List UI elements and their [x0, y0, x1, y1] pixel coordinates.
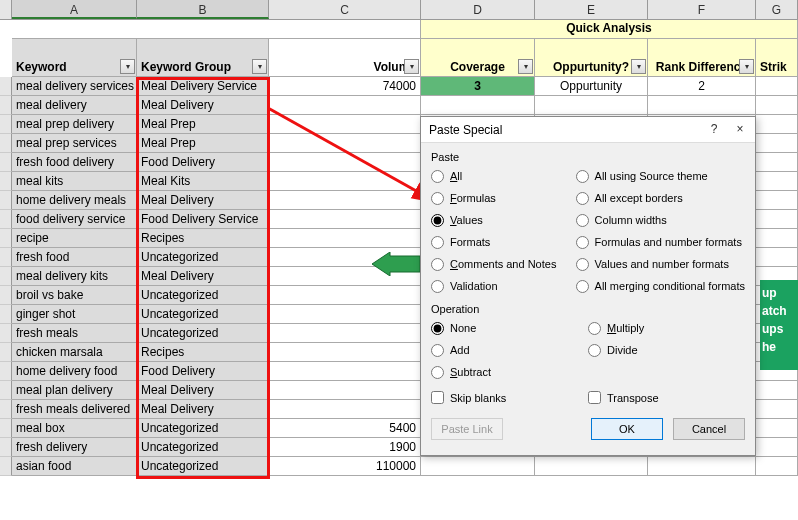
cell-keyword[interactable]: meal delivery kits	[12, 267, 137, 286]
cell-group[interactable]: Meal Delivery	[137, 381, 269, 400]
cell-group[interactable]: Food Delivery	[137, 153, 269, 172]
checkbox-skip-blanks[interactable]	[431, 391, 444, 404]
row-header[interactable]	[0, 267, 12, 286]
cell-keyword[interactable]: meal kits	[12, 172, 137, 191]
cell-keyword[interactable]: food delivery service	[12, 210, 137, 229]
cell-volume[interactable]	[269, 172, 421, 191]
filter-button-icon[interactable]: ▾	[404, 59, 419, 74]
cell-volume[interactable]: 74000	[269, 77, 421, 96]
cell-rankdiff[interactable]	[648, 96, 756, 115]
cell-strik[interactable]	[756, 96, 798, 115]
col-header-d[interactable]: D	[421, 0, 535, 19]
cell-group[interactable]: Recipes	[137, 343, 269, 362]
cell-volume[interactable]	[269, 248, 421, 267]
row-header[interactable]	[0, 210, 12, 229]
radio-fnum[interactable]	[576, 236, 589, 249]
header-oppurtunity[interactable]: Oppurtunity? ▾	[535, 39, 648, 77]
col-header-b[interactable]: B	[137, 0, 269, 19]
cell-group[interactable]: Uncategorized	[137, 248, 269, 267]
help-button[interactable]: ?	[701, 119, 727, 141]
row-header[interactable]	[0, 191, 12, 210]
cell-keyword[interactable]: meal delivery services	[12, 77, 137, 96]
radio-op-subtract[interactable]	[431, 366, 444, 379]
cell-keyword[interactable]: recipe	[12, 229, 137, 248]
cell-keyword[interactable]: home delivery meals	[12, 191, 137, 210]
row-header[interactable]	[0, 362, 12, 381]
radio-values[interactable]	[431, 214, 444, 227]
cell-group[interactable]: Uncategorized	[137, 438, 269, 457]
radio-op-divide[interactable]	[588, 344, 601, 357]
radio-all[interactable]	[431, 170, 444, 183]
header-group[interactable]: Keyword Group ▾	[137, 39, 269, 77]
cell-group[interactable]: Recipes	[137, 229, 269, 248]
dialog-titlebar[interactable]: Paste Special ? ×	[421, 117, 755, 143]
cell-volume[interactable]	[269, 96, 421, 115]
cell-strik[interactable]	[756, 134, 798, 153]
radio-formulas[interactable]	[431, 192, 444, 205]
cell-group[interactable]: Uncategorized	[137, 324, 269, 343]
cell-strik[interactable]	[756, 210, 798, 229]
cell-coverage[interactable]	[421, 457, 535, 476]
cell-keyword[interactable]: fresh meals delivered	[12, 400, 137, 419]
cell-keyword[interactable]: meal prep services	[12, 134, 137, 153]
row-header[interactable]	[0, 305, 12, 324]
cell-group[interactable]: Meal Kits	[137, 172, 269, 191]
cell-keyword[interactable]: meal prep delivery	[12, 115, 137, 134]
cancel-button[interactable]: Cancel	[673, 418, 745, 440]
cell-group[interactable]: Uncategorized	[137, 457, 269, 476]
cell-rankdiff[interactable]: 2	[648, 77, 756, 96]
radio-vnum[interactable]	[576, 258, 589, 271]
cell-keyword[interactable]: meal box	[12, 419, 137, 438]
row-header[interactable]	[0, 77, 12, 96]
header-coverage[interactable]: Coverage ▾	[421, 39, 535, 77]
cell-group[interactable]: Meal Delivery Service	[137, 77, 269, 96]
filter-button-icon[interactable]: ▾	[631, 59, 646, 74]
row-header[interactable]	[0, 400, 12, 419]
cell-group[interactable]: Meal Prep	[137, 115, 269, 134]
row-header[interactable]	[0, 438, 12, 457]
row-header[interactable]	[0, 343, 12, 362]
cell-group[interactable]: Food Delivery Service	[137, 210, 269, 229]
cell-strik[interactable]	[756, 381, 798, 400]
cell-coverage[interactable]: 3	[421, 77, 535, 96]
cell-group[interactable]: Meal Prep	[137, 134, 269, 153]
cell-strik[interactable]	[756, 115, 798, 134]
radio-formats[interactable]	[431, 236, 444, 249]
cell-group[interactable]: Uncategorized	[137, 286, 269, 305]
row-header[interactable]	[0, 229, 12, 248]
cell-keyword[interactable]: fresh food	[12, 248, 137, 267]
header-volume[interactable]: Volume ▾	[269, 39, 421, 77]
radio-validation[interactable]	[431, 280, 444, 293]
cell-keyword[interactable]: asian food	[12, 457, 137, 476]
filter-button-icon[interactable]: ▾	[518, 59, 533, 74]
cell-volume[interactable]	[269, 191, 421, 210]
cell-strik[interactable]	[756, 172, 798, 191]
row-header[interactable]	[0, 96, 12, 115]
radio-comments[interactable]	[431, 258, 444, 271]
ok-button[interactable]: OK	[591, 418, 663, 440]
cell-volume[interactable]	[269, 381, 421, 400]
cell-volume[interactable]	[269, 305, 421, 324]
row-header[interactable]	[0, 381, 12, 400]
radio-cond[interactable]	[576, 280, 589, 293]
row-header[interactable]	[0, 286, 12, 305]
cell-group[interactable]: Meal Delivery	[137, 191, 269, 210]
cell-group[interactable]: Meal Delivery	[137, 96, 269, 115]
row-header[interactable]	[0, 419, 12, 438]
cell-strik[interactable]	[756, 153, 798, 172]
header-keyword[interactable]: Keyword ▾	[12, 39, 137, 77]
filter-button-icon[interactable]: ▾	[120, 59, 135, 74]
cell-volume[interactable]: 5400	[269, 419, 421, 438]
cell-volume[interactable]	[269, 343, 421, 362]
cell-keyword[interactable]: broil vs bake	[12, 286, 137, 305]
filter-button-icon[interactable]: ▾	[252, 59, 267, 74]
cell-strik[interactable]	[756, 191, 798, 210]
row-header[interactable]	[0, 134, 12, 153]
cell-keyword[interactable]: ginger shot	[12, 305, 137, 324]
header-strik[interactable]: Strik	[756, 39, 798, 77]
cell-oppurtunity[interactable]: Oppurtunity	[535, 77, 648, 96]
cell-volume[interactable]	[269, 229, 421, 248]
radio-op-multiply[interactable]	[588, 322, 601, 335]
row-header[interactable]	[0, 324, 12, 343]
header-rankdiff[interactable]: Rank Difference ▾	[648, 39, 756, 77]
